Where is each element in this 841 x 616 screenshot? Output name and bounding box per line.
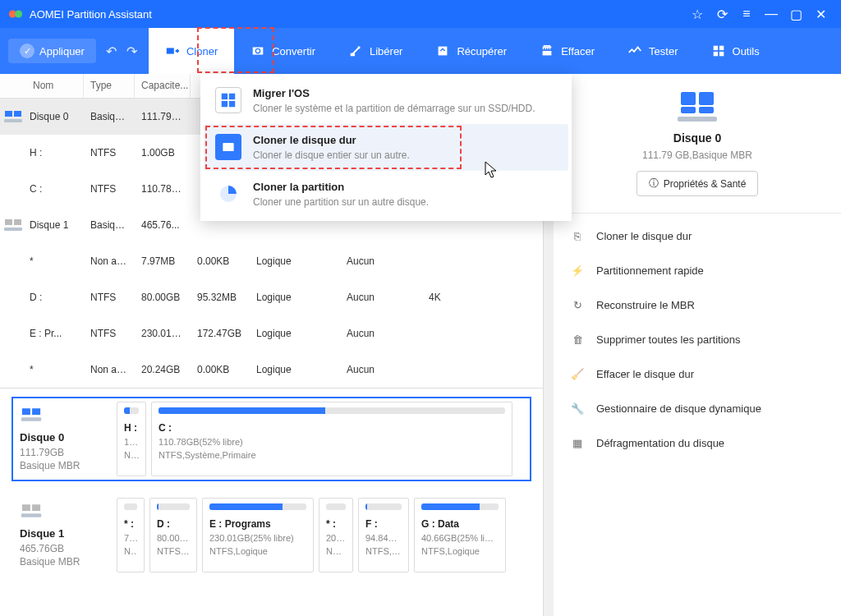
action-icon: 🧹 (570, 366, 585, 381)
dd-title: Cloner le disque dur (253, 134, 410, 146)
disk-info: Disque 1 465.76GB Basique MBR (16, 498, 112, 572)
dd-migrate-os[interactable]: Migrer l'OS Cloner le système et la part… (204, 77, 568, 124)
disk-summary: Disque 0 111.79 GB,Basique MBR ⓘ Proprié… (554, 74, 841, 214)
action-item[interactable]: 🗑Supprimer toutes les partitions (554, 322, 841, 356)
maximize-icon[interactable]: ▢ (784, 7, 808, 22)
svg-rect-8 (713, 46, 717, 50)
svg-rect-23 (21, 513, 41, 517)
dd-clone-disk[interactable]: Cloner le disque dur Cloner le disque en… (204, 124, 568, 171)
star-icon[interactable]: ☆ (685, 7, 710, 22)
tool-liberer[interactable]: Libérer (332, 28, 419, 74)
action-icon: 🗑 (570, 332, 585, 347)
svg-rect-22 (32, 504, 40, 511)
action-item[interactable]: ↻Reconstruire le MBR (554, 287, 841, 322)
tools-icon (711, 44, 726, 58)
app-logo-icon (8, 7, 23, 21)
partition-box[interactable]: F : 94.84GB... NTFS,Lo... (358, 498, 409, 572)
info-icon: ⓘ (649, 177, 659, 191)
action-icon: ⚡ (570, 263, 585, 278)
action-label: Défragmentation du disque (596, 437, 724, 449)
svg-rect-26 (681, 107, 696, 113)
partition-box[interactable]: H : 1.00... NTF... (117, 402, 146, 476)
properties-button[interactable]: ⓘ Propriétés & Santé (636, 171, 759, 196)
clone-icon (165, 44, 180, 58)
table-row[interactable]: E : Pr...NTFS230.01GB172.47GBLogiqueAucu… (0, 315, 543, 352)
recover-icon (435, 44, 450, 58)
action-item[interactable]: ⎘Cloner le disque dur (554, 218, 841, 253)
disk-large-icon (676, 90, 719, 123)
disk-card[interactable]: Disque 0 111.79GB Basique MBR H : 1.00..… (11, 397, 531, 481)
clone-disk-icon (215, 134, 241, 160)
svg-rect-33 (223, 143, 233, 151)
toolbar: ✓ Appliquer ↶ ↷ Cloner Convertir Libérer… (0, 28, 841, 74)
table-row[interactable]: *Non allo...7.97MB0.00KBLogiqueAucun (0, 243, 543, 279)
action-label: Cloner le disque dur (596, 230, 692, 242)
dd-clone-partition[interactable]: Cloner la partition Cloner une partition… (204, 171, 568, 218)
disk-card[interactable]: Disque 1 465.76GB Basique MBR * : 7.9...… (11, 493, 531, 577)
svg-rect-20 (21, 417, 41, 421)
partition-box[interactable]: * : 20.24... Non n... (319, 498, 353, 572)
action-item[interactable]: ▦Défragmentation du disque (554, 425, 841, 460)
cloner-dropdown: Migrer l'OS Cloner le système et la part… (200, 74, 572, 221)
svg-rect-31 (222, 101, 227, 107)
action-label: Supprimer toutes les partitions (596, 333, 741, 346)
svg-rect-13 (14, 111, 21, 117)
dd-title: Migrer l'OS (253, 87, 535, 99)
svg-rect-25 (699, 92, 714, 105)
action-item[interactable]: 🔧Gestionnaire de disque dynamique (554, 391, 841, 425)
action-label: Reconstruire le MBR (596, 299, 695, 311)
svg-rect-17 (4, 228, 22, 231)
action-item[interactable]: 🧹Effacer le disque dur (554, 356, 841, 391)
hamburger-icon[interactable]: ≡ (734, 7, 759, 21)
titlebar: AOMEI Partition Assistant ☆ ⟳ ≡ — ▢ ✕ (0, 0, 841, 28)
redo-icon[interactable]: ↷ (126, 44, 137, 59)
check-icon: ✓ (20, 44, 34, 58)
col-capacite[interactable]: Capacite... (135, 74, 191, 98)
svg-rect-28 (678, 117, 717, 122)
partition-box[interactable]: D : 80.00G... NTFS,L... (149, 498, 197, 572)
svg-rect-15 (5, 219, 12, 225)
partition-box[interactable]: E : Programs 230.01GB(25% libre) NTFS,Lo… (202, 498, 314, 572)
partition-box[interactable]: C : 110.78GB(52% libre) NTFS,Système,Pri… (151, 402, 512, 476)
svg-rect-19 (32, 408, 40, 415)
convert-icon (250, 44, 265, 58)
tool-label: Libérer (370, 45, 402, 57)
col-type[interactable]: Type (84, 74, 135, 98)
action-icon: 🔧 (570, 401, 585, 416)
tool-effacer[interactable]: Effacer (523, 28, 611, 74)
undo-icon[interactable]: ↶ (106, 44, 117, 59)
partition-box[interactable]: G : Data 40.66GB(25% libr... NTFS,Logiqu… (414, 498, 506, 572)
svg-rect-24 (681, 92, 696, 105)
svg-rect-7 (543, 51, 552, 55)
table-row[interactable]: *Non allo...20.24GB0.00KBLogiqueAucun (0, 352, 543, 388)
svg-rect-29 (222, 94, 227, 99)
migrate-os-icon (215, 87, 241, 113)
test-icon (627, 44, 642, 58)
apply-label: Appliquer (39, 45, 85, 57)
tool-recuperer[interactable]: Récupérer (419, 28, 523, 74)
col-nom[interactable]: Nom (0, 74, 84, 98)
svg-rect-27 (699, 107, 714, 113)
svg-point-1 (15, 11, 22, 18)
table-row[interactable]: D :NTFS80.00GB95.32MBLogiqueAucun4K (0, 279, 543, 315)
tool-cloner[interactable]: Cloner (149, 28, 234, 74)
dd-desc: Cloner le disque entier sur un autre. (253, 149, 410, 161)
minimize-icon[interactable]: — (759, 7, 784, 21)
action-icon: ▦ (570, 435, 585, 450)
tool-tester[interactable]: Tester (611, 28, 694, 74)
tool-label: Cloner (186, 45, 218, 57)
svg-rect-18 (22, 408, 30, 415)
refresh-icon[interactable]: ⟳ (710, 7, 734, 22)
tool-outils[interactable]: Outils (695, 28, 776, 74)
svg-rect-6 (439, 47, 448, 56)
apply-button[interactable]: ✓ Appliquer (8, 39, 96, 63)
tool-convertir[interactable]: Convertir (234, 28, 332, 74)
action-item[interactable]: ⚡Partitionnement rapide (554, 253, 841, 287)
hdd-icon (3, 218, 23, 232)
mouse-cursor-icon (485, 161, 498, 179)
partition-box[interactable]: * : 7.9... Non... (117, 498, 145, 572)
svg-rect-9 (719, 46, 723, 50)
tool-label: Effacer (561, 45, 595, 57)
svg-rect-5 (351, 53, 355, 57)
close-icon[interactable]: ✕ (808, 7, 833, 22)
